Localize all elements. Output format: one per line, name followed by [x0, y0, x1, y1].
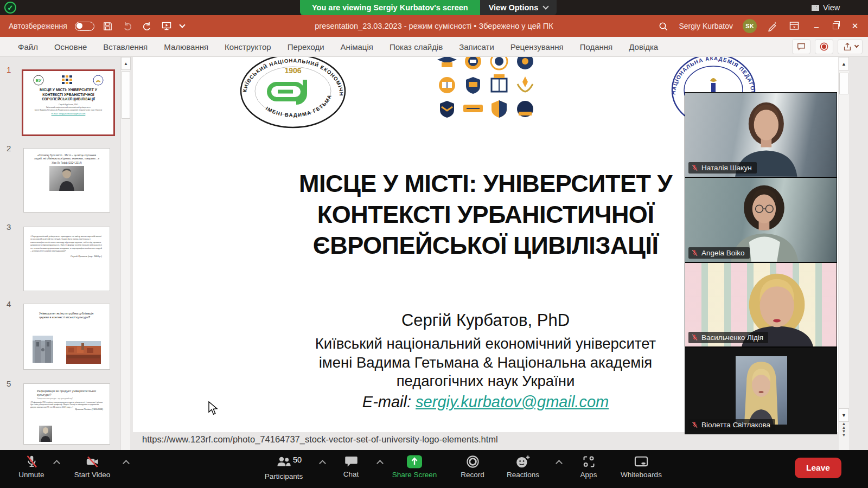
slide-scrollbar[interactable]: ▲ ▼ ▲▲ ▼▼ [839, 57, 849, 450]
view-options-button[interactable]: View Options [480, 0, 557, 15]
slide-thumbnail-panel: 1 ЕУ МІСЦЕ У МІСТІ: УНІВЕРСИТЕТ У КОНТЕК… [0, 57, 133, 450]
tab-insert[interactable]: Вставлення [95, 38, 156, 56]
apps-button[interactable]: Apps [571, 454, 607, 479]
participant-video-panel: Наталія Шакун Angela Boiko [685, 92, 837, 434]
zoom-meeting-screen: ✓ You are viewing Sergiy Kurbatov's scre… [0, 0, 868, 488]
thumb1-affil2: імені Вадима Гетьмана & Національна акад… [23, 109, 113, 112]
tab-design[interactable]: Конструктор [216, 38, 279, 56]
mouse-cursor [208, 401, 219, 415]
thumb4-title: Університет як інституційна сублімація ц… [24, 304, 110, 319]
tab-slideshow[interactable]: Показ слайдів [381, 38, 451, 56]
university-logo-set [434, 57, 540, 124]
undo-icon[interactable] [122, 20, 133, 32]
thumb-number-2: 2 [7, 144, 11, 153]
logo-source-url: https://www.123rf.com/photo_74164737_sto… [142, 434, 498, 445]
close-button[interactable]: ✕ [848, 21, 861, 31]
video-tile-2[interactable]: Angela Boiko [685, 178, 837, 263]
slide-thumbnail-5[interactable]: Реформація як продукт університетської к… [23, 383, 110, 445]
share-button[interactable] [838, 39, 863, 54]
scroll-up-icon[interactable]: ▲ [839, 57, 849, 70]
thumb-number-5: 5 [7, 379, 11, 388]
user-avatar[interactable]: SK [743, 19, 757, 33]
scroll-down-icon[interactable]: ▼ [839, 408, 849, 422]
thumbnail-scroll-up-icon[interactable]: ▲ [121, 57, 131, 70]
participant-3-name: Васильченко Лідія [701, 333, 763, 342]
tab-view[interactable]: Подання [572, 38, 621, 56]
tab-record[interactable]: Записати [451, 38, 502, 56]
tab-animations[interactable]: Анімація [333, 38, 381, 56]
search-icon[interactable] [657, 20, 669, 32]
user-name[interactable]: Sergiy Kurbatov [679, 22, 733, 30]
reactions-icon [515, 454, 531, 469]
slide-thumbnail-1[interactable]: ЕУ МІСЦЕ У МІСТІ: УНІВЕРСИТЕТ У КОНТЕКСТ… [22, 69, 115, 136]
reactions-button[interactable]: Reactions [498, 454, 548, 479]
tab-home[interactable]: Основне [46, 38, 95, 56]
participants-button[interactable]: 50 Participants [254, 454, 314, 480]
participants-chevron-icon[interactable] [319, 460, 326, 467]
thumbnail-scroll-thumb[interactable] [122, 71, 130, 119]
share-screen-button[interactable]: Share Screen [384, 454, 445, 479]
view-options-label: View Options [489, 3, 539, 12]
logo-grid-mini [61, 75, 75, 86]
slide-thumbnail-4[interactable]: Університет як інституційна сублімація ц… [23, 304, 110, 370]
record-button[interactable] [815, 39, 833, 54]
record-icon [465, 454, 480, 469]
redo-icon[interactable] [141, 20, 153, 32]
reactions-chevron-icon[interactable] [556, 460, 563, 467]
designer-pen-icon[interactable] [767, 20, 778, 32]
unmute-button[interactable]: Unmute [10, 454, 53, 479]
comments-button[interactable] [792, 39, 810, 54]
slide-thumbnail-3[interactable]: «Середньовічний університет приходить на… [23, 227, 110, 291]
chat-chevron-icon[interactable] [376, 460, 384, 467]
participant-2-name-tag: Angela Boiko [688, 247, 750, 259]
tab-file[interactable]: Файл [10, 38, 46, 56]
video-tile-3[interactable]: Васильченко Лідія [685, 263, 837, 348]
whiteboards-button[interactable]: Whiteboards [611, 454, 672, 479]
thumb4-photo-city [66, 341, 101, 364]
chat-icon [344, 454, 359, 468]
start-video-button[interactable]: Start Video [66, 454, 118, 479]
video-tile-1[interactable]: Наталія Шакун [685, 93, 837, 178]
encryption-check-icon: ✓ [4, 2, 16, 14]
apps-icon [582, 454, 596, 469]
tab-help[interactable]: Довідка [621, 38, 666, 56]
tab-transitions[interactable]: Переходи [279, 38, 333, 56]
thumb2-quote: «Спочатку було місто…Місто – це місце ск… [24, 149, 110, 160]
email-link[interactable]: sergiy.kurbatov@gmail.com [416, 393, 609, 410]
start-slideshow-icon[interactable] [161, 20, 173, 32]
napn-mini-logo [93, 75, 104, 86]
thumb1-author: Сергій Курбатов, PhD [23, 104, 113, 106]
meeting-control-bar: Unmute Start Video 50 Participants Chat … [0, 450, 868, 488]
scroll-thumb[interactable] [839, 73, 848, 94]
participants-icon [276, 454, 292, 468]
thumb5-photo [39, 426, 52, 442]
quick-access-chevron-icon[interactable] [179, 22, 185, 28]
previous-slide-icon[interactable]: ▲▲ [839, 422, 849, 429]
view-layout-button[interactable]: View [812, 0, 840, 15]
minimize-button[interactable]: – [810, 22, 823, 31]
tab-draw[interactable]: Малювання [156, 38, 216, 56]
autosave-label: Автозбереження [9, 22, 67, 30]
save-icon[interactable] [102, 20, 114, 32]
thumb-number-4: 4 [7, 299, 11, 309]
record-button[interactable]: Record [452, 454, 493, 479]
video-tile-4[interactable]: Віолетта Світлакова [685, 348, 837, 434]
autosave-toggle[interactable] [75, 22, 94, 31]
leave-button[interactable]: Leave [795, 458, 841, 478]
email-label: E-mail: [362, 393, 411, 410]
thumb-number-1: 1 [7, 65, 11, 74]
restore-button[interactable] [833, 23, 839, 29]
video-options-chevron-icon[interactable] [123, 460, 130, 467]
thumb5-quote: «Реформація XVI сторіччя започаткувалася… [24, 400, 110, 408]
audio-options-chevron-icon[interactable] [53, 460, 60, 467]
slide-thumbnail-2[interactable]: «Спочатку було місто…Місто – це місце ск… [23, 148, 110, 213]
chat-button[interactable]: Chat [332, 454, 370, 478]
tab-review[interactable]: Рецензування [502, 38, 572, 56]
next-slide-icon[interactable]: ▼▼ [839, 429, 849, 437]
kneu-university-logo: КИЇВСЬКИЙ НАЦІОНАЛЬНИЙ ЕКОНОМІЧНИЙ УНІВЕ… [239, 57, 347, 130]
thumb1-title: МІСЦЕ У МІСТІ: УНІВЕРСИТЕТ У КОНТЕКСТІ У… [23, 88, 113, 102]
thumb3-attribution: Сергій Пролеєв (нар. 1959 р.) [24, 255, 110, 258]
thumbnail-scrollbar[interactable]: ▲ [120, 57, 130, 450]
ribbon-display-options-icon[interactable] [788, 20, 800, 32]
video-off-icon [85, 454, 100, 469]
